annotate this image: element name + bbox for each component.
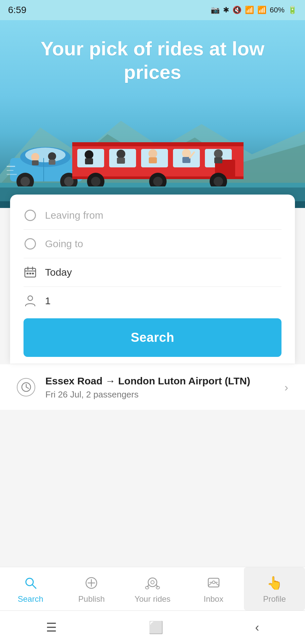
battery-icon: 🔋 <box>288 6 297 14</box>
svg-point-62 <box>148 578 157 587</box>
hand-cursor-icon: 👆 <box>267 576 282 590</box>
nav-label-inbox: Inbox <box>204 594 223 604</box>
date-field[interactable]: Today <box>24 258 281 287</box>
system-nav-bar: ☰ ⬜ ‹ <box>0 610 305 644</box>
leaving-from-icon <box>24 209 37 222</box>
svg-point-7 <box>25 148 66 162</box>
svg-point-53 <box>28 296 33 301</box>
svg-line-58 <box>32 585 36 588</box>
bottom-nav: Search Publish Your rides <box>0 567 305 610</box>
svg-point-45 <box>214 177 223 186</box>
svg-point-31 <box>117 150 125 158</box>
search-button[interactable]: Search <box>24 318 281 357</box>
nav-item-search[interactable]: Search <box>0 567 61 610</box>
status-time: 6:59 <box>8 5 27 15</box>
svg-point-67 <box>156 586 160 589</box>
signal-icon: 📶 <box>257 6 266 14</box>
red-bus <box>71 129 245 186</box>
bluetooth-icon: ✱ <box>223 6 229 14</box>
svg-point-43 <box>153 177 163 186</box>
recent-content: Essex Road → London Luton Airport (LTN) … <box>45 374 274 400</box>
nav-item-profile[interactable]: 👆 Profile <box>244 567 305 610</box>
back-button[interactable]: ‹ <box>245 617 269 638</box>
clock-icon <box>17 378 35 396</box>
home-button[interactable]: ⬜ <box>138 617 174 638</box>
date-text: Today <box>45 267 72 278</box>
svg-point-33 <box>148 149 157 158</box>
hero-title: Your pick of rides at low prices <box>0 20 305 84</box>
svg-point-68 <box>212 581 215 584</box>
svg-point-63 <box>151 581 154 584</box>
svg-point-66 <box>145 586 149 589</box>
publish-nav-icon <box>84 574 99 592</box>
your-rides-nav-icon <box>144 574 161 592</box>
inbox-nav-icon <box>206 574 221 592</box>
calendar-icon <box>24 266 37 279</box>
svg-rect-21 <box>72 142 244 146</box>
recent-details: Fri 26 Jul, 2 passengers <box>45 389 274 400</box>
svg-rect-34 <box>149 157 157 163</box>
battery-text: 60% <box>270 6 285 14</box>
mute-icon: 🔇 <box>232 6 242 14</box>
svg-point-14 <box>20 177 30 186</box>
passengers-text: 1 <box>45 295 51 307</box>
hero-illustration <box>0 101 305 208</box>
search-card: Leaving from Going to Today <box>10 195 295 364</box>
leaving-from-text: Leaving from <box>45 210 103 221</box>
going-to-field[interactable]: Going to <box>24 230 281 258</box>
nav-label-search: Search <box>18 594 43 604</box>
svg-point-35 <box>182 149 191 158</box>
passengers-field[interactable]: 1 <box>24 287 281 315</box>
svg-rect-50 <box>27 273 29 274</box>
recent-search-item[interactable]: Essex Road → London Luton Airport (LTN) … <box>17 374 288 400</box>
status-bar: 6:59 📷 ✱ 🔇 📶 📶 60% 🔋 <box>0 0 305 20</box>
svg-point-11 <box>48 152 56 160</box>
passenger-icon <box>24 294 37 308</box>
chevron-right-icon: › <box>285 381 288 394</box>
hero-section: Your pick of rides at low prices <box>0 20 305 208</box>
profile-nav-icon: 👆 <box>267 574 282 592</box>
svg-point-9 <box>31 153 39 161</box>
status-icons: 📷 ✱ 🔇 📶 📶 60% 🔋 <box>211 6 297 14</box>
camera-icon: 📷 <box>211 6 220 14</box>
nav-item-inbox[interactable]: Inbox <box>183 567 244 610</box>
going-to-icon <box>24 237 37 251</box>
svg-rect-10 <box>32 160 39 165</box>
svg-rect-51 <box>29 273 31 274</box>
wifi-icon: 📶 <box>245 6 254 14</box>
recent-search-section: Essex Road → London Luton Airport (LTN) … <box>0 364 305 410</box>
svg-rect-32 <box>117 158 125 164</box>
svg-point-38 <box>214 149 223 158</box>
leaving-from-field[interactable]: Leaving from <box>24 201 281 230</box>
recent-route: Essex Road → London Luton Airport (LTN) <box>45 374 274 387</box>
svg-rect-52 <box>32 273 34 274</box>
nav-label-your-rides: Your rides <box>134 594 170 604</box>
search-nav-icon <box>23 574 38 592</box>
svg-rect-39 <box>214 157 222 163</box>
svg-rect-30 <box>85 158 93 164</box>
nav-item-publish[interactable]: Publish <box>61 567 122 610</box>
nav-item-your-rides[interactable]: Your rides <box>122 567 183 610</box>
menu-button[interactable]: ☰ <box>36 617 67 638</box>
nav-label-publish: Publish <box>78 594 105 604</box>
svg-point-41 <box>91 177 100 186</box>
svg-rect-12 <box>49 160 55 165</box>
svg-point-29 <box>85 150 93 159</box>
nav-label-profile: Profile <box>263 594 286 604</box>
svg-line-56 <box>26 387 29 388</box>
going-to-text: Going to <box>45 238 83 250</box>
